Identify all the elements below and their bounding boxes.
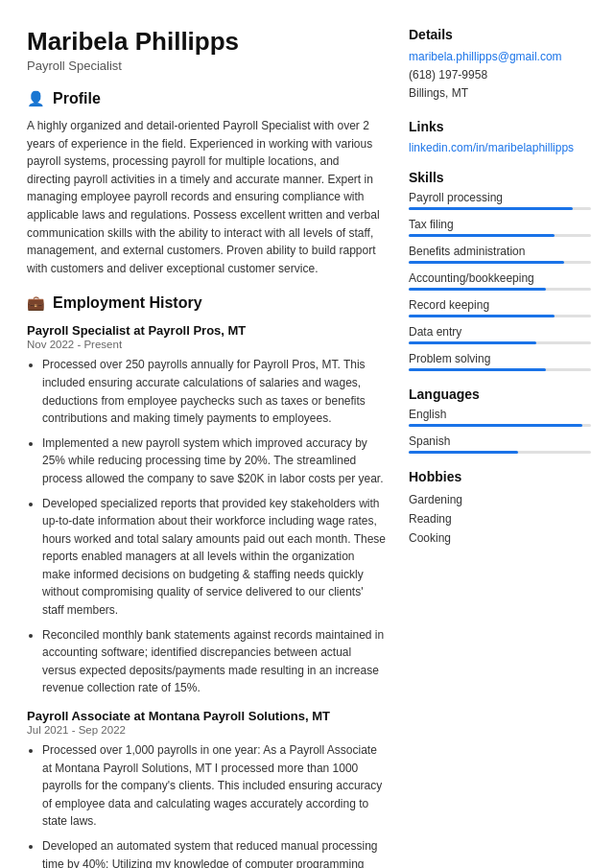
skill-bar-fill [409,234,555,237]
skill-bar-bg [409,207,591,210]
list-item: Developed an automated system that reduc… [42,837,386,868]
links-section-title: Links [409,119,591,134]
skill-label: Accounting/bookkeeping [409,271,591,285]
skill-item: Benefits administration [409,245,591,264]
job-2: Payroll Associate at Montana Payroll Sol… [27,709,386,868]
profile-icon: 👤 [27,90,45,107]
skill-bar-fill [409,261,564,264]
skills-section-title: Skills [409,170,591,185]
skill-item: Record keeping [409,298,591,317]
skill-item: Data entry [409,325,591,344]
skill-item: Tax filing [409,218,591,237]
linkedin-link[interactable]: linkedin.com/in/maribelaphillipps [409,141,574,154]
candidate-name: Maribela Phillipps [27,27,386,57]
skill-bar-fill [409,368,546,371]
skill-bar-fill [409,341,536,344]
skills-list: Payroll processing Tax filing Benefits a… [409,191,591,371]
hobbies-list: GardeningReadingCooking [409,490,591,549]
candidate-title: Payroll Specialist [27,59,386,73]
links-linkedin-wrapper: linkedin.com/in/maribelaphillipps [409,140,591,154]
hobby-item: Cooking [409,528,591,548]
job-1-title: Payroll Specialist at Payroll Pros, MT [27,323,386,338]
skill-label: Problem solving [409,352,591,365]
list-item: Implemented a new payroll system which i… [42,434,386,488]
skill-bar-fill [409,315,555,317]
hobbies-section-title: Hobbies [409,469,591,484]
details-section-title: Details [409,27,591,42]
job-1: Payroll Specialist at Payroll Pros, MT N… [27,323,386,697]
language-bar-bg [409,451,591,454]
profile-label: Profile [53,90,101,107]
language-item: English [409,408,591,427]
list-item: Processed over 250 payrolls annually for… [42,356,386,427]
skill-item: Accounting/bookkeeping [409,271,591,291]
skill-bar-bg [409,341,591,344]
email-link[interactable]: maribela.phillipps@gmail.com [409,50,562,63]
details-phone: (618) 197-9958 [409,66,591,84]
language-bar-fill [409,424,582,427]
skill-bar-bg [409,368,591,371]
employment-section-header: 💼 Employment History [27,294,386,312]
skill-bar-bg [409,288,591,291]
language-label: Spanish [409,434,591,448]
details-email-wrapper: maribela.phillipps@gmail.com [409,48,591,66]
skill-bar-bg [409,261,591,264]
skill-item: Problem solving [409,352,591,371]
language-bar-fill [409,451,518,454]
hobby-item: Reading [409,509,591,528]
right-column: Details maribela.phillipps@gmail.com (61… [409,27,591,868]
skill-bar-bg [409,234,591,237]
skill-bar-bg [409,315,591,317]
language-item: Spanish [409,434,591,454]
profile-text: A highly organized and detail-oriented P… [27,117,386,277]
employment-icon: 💼 [27,294,45,312]
list-item: Processed over 1,000 payrolls in one yea… [42,741,386,831]
left-column: Maribela Phillipps Payroll Specialist 👤 … [27,27,386,868]
skill-label: Data entry [409,325,591,339]
language-label: English [409,408,591,421]
job-2-title: Payroll Associate at Montana Payroll Sol… [27,709,386,723]
hobby-item: Gardening [409,490,591,509]
languages-section-title: Languages [409,387,591,402]
employment-label: Employment History [53,294,202,312]
skill-label: Benefits administration [409,245,591,258]
skill-bar-fill [409,288,546,291]
job-1-bullets: Processed over 250 payrolls annually for… [27,356,386,697]
profile-section-header: 👤 Profile [27,90,386,107]
job-2-dates: Jul 2021 - Sep 2022 [27,724,386,736]
languages-list: English Spanish [409,408,591,454]
skill-label: Tax filing [409,218,591,231]
job-1-dates: Nov 2022 - Present [27,339,386,350]
job-2-bullets: Processed over 1,000 payrolls in one yea… [27,741,386,868]
skill-item: Payroll processing [409,191,591,210]
skill-label: Record keeping [409,298,591,312]
skill-label: Payroll processing [409,191,591,204]
skill-bar-fill [409,207,573,210]
language-bar-bg [409,424,591,427]
details-location: Billings, MT [409,84,591,103]
list-item: Developed specialized reports that provi… [42,495,386,620]
list-item: Reconciled monthly bank statements again… [42,626,386,697]
